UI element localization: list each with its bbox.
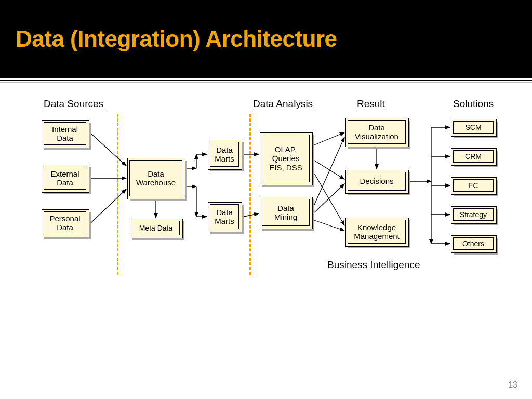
box-others: Others [451,235,496,252]
svg-line-12 [314,132,344,145]
diagram-canvas: Data Sources Data Analysis Result Soluti… [0,83,532,399]
box-personal-data: PersonalData [42,209,88,236]
svg-line-2 [91,189,126,223]
svg-line-13 [314,161,344,179]
svg-line-14 [314,174,344,225]
svg-line-0 [91,134,126,166]
box-data-viz: DataVisualization [345,118,408,146]
svg-line-11 [244,214,259,217]
divider-1 [117,114,118,275]
header-data-analysis: Data Analysis [252,98,314,111]
box-internal-data: InternalData [42,120,88,147]
header-solutions: Solutions [452,98,495,111]
box-ec: EC [451,177,496,194]
box-decisions: Decisions [345,170,408,193]
header-data-sources: Data Sources [43,98,104,111]
box-external-data: ExternalData [42,165,88,192]
box-data-warehouse: DataWarehouse [127,158,184,198]
svg-line-15 [314,137,344,205]
header-result: Result [356,98,386,111]
box-olap: OLAP,QueriesEIS, DSS [260,132,312,184]
box-meta-data: Meta Data [130,219,182,237]
slide-title: Data (Integration) Architecture [16,26,337,52]
divider-2 [249,114,251,275]
label-business-intelligence: Business Intelligence [327,259,420,271]
box-knowledge: KnowledgeManagement [345,218,408,246]
box-data-mart-2: DataMarts [208,202,241,231]
svg-line-17 [314,220,344,231]
box-data-mart-1: DataMarts [208,140,241,169]
page-number: 13 [508,380,517,390]
box-scm: SCM [451,119,496,136]
box-strategy: Strategy [451,206,496,223]
svg-line-16 [314,184,344,212]
box-data-mining: DataMining [260,197,312,228]
box-crm: CRM [451,148,496,165]
